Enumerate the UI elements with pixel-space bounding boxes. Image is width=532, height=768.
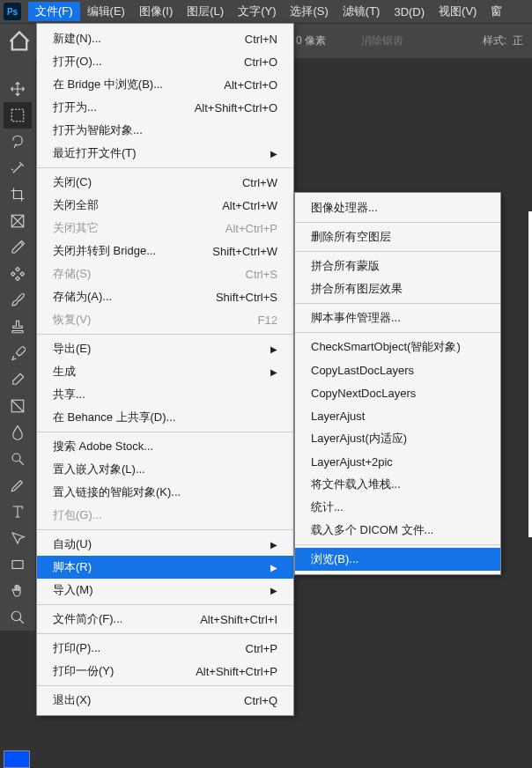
- ps-logo: Ps: [4, 3, 21, 20]
- file-menu-item[interactable]: 打开为...Alt+Shift+Ctrl+O: [37, 96, 293, 119]
- scripts-menu-item[interactable]: LayerAjust+2pic: [295, 450, 500, 473]
- scripts-menu-item[interactable]: 拼合所有图层效果: [295, 277, 500, 300]
- scripts-menu-item[interactable]: 图像处理器...: [295, 196, 500, 219]
- opt-pixels: 0 像素: [296, 33, 326, 48]
- menu-5[interactable]: 选择(S): [283, 2, 335, 21]
- menu-1[interactable]: 编辑(E): [80, 2, 132, 21]
- file-menu-item[interactable]: 搜索 Adobe Stock...: [37, 435, 293, 458]
- svg-point-5: [11, 611, 21, 621]
- scripts-menu-item[interactable]: 载入多个 DICOM 文件...: [295, 519, 500, 542]
- file-menu-item[interactable]: 关闭(C)Ctrl+W: [37, 171, 293, 194]
- file-menu-item: 打包(G)...: [37, 504, 293, 527]
- file-menu-item[interactable]: 脚本(R)▶: [37, 556, 293, 579]
- scripts-menu-item[interactable]: CopyNextDocLayers: [295, 381, 500, 404]
- menu-4[interactable]: 文字(Y): [231, 2, 283, 21]
- scripts-menu-item[interactable]: 脚本事件管理器...: [295, 306, 500, 329]
- tool-eraser[interactable]: [4, 366, 32, 393]
- scripts-menu-item[interactable]: CheckSmartObject(智能对象): [295, 336, 500, 358]
- file-menu-item[interactable]: 文件简介(F)...Alt+Shift+Ctrl+I: [37, 608, 293, 631]
- file-menu-item[interactable]: 关闭全部Alt+Ctrl+W: [37, 194, 293, 217]
- scripts-menu-item[interactable]: CopyLastDocLayers: [295, 358, 500, 381]
- tool-gradient[interactable]: [4, 393, 32, 419]
- file-menu: 新建(N)...Ctrl+N打开(O)...Ctrl+O在 Bridge 中浏览…: [36, 23, 294, 716]
- file-menu-item[interactable]: 导出(E)▶: [37, 337, 293, 360]
- tool-zoom[interactable]: [4, 604, 32, 631]
- scripts-menu-item[interactable]: 统计...: [295, 496, 500, 519]
- tool-heal[interactable]: [4, 261, 32, 287]
- tool-history[interactable]: [4, 340, 32, 366]
- file-menu-item[interactable]: 自动(U)▶: [37, 533, 293, 556]
- svg-point-3: [12, 454, 20, 462]
- tool-path[interactable]: [4, 525, 32, 551]
- tool-brush[interactable]: [4, 287, 32, 314]
- tool-frame[interactable]: [4, 208, 32, 234]
- tool-stamp[interactable]: [4, 314, 32, 340]
- menu-9[interactable]: 窗: [484, 2, 509, 21]
- file-menu-item[interactable]: 打开(O)...Ctrl+O: [37, 50, 293, 73]
- file-menu-item[interactable]: 在 Behance 上共享(D)...: [37, 406, 293, 429]
- menu-7[interactable]: 3D(D): [387, 2, 432, 21]
- opt-antialias: 消除锯齿: [361, 33, 403, 48]
- toolbar: [0, 58, 35, 631]
- canvas-edge: [528, 211, 532, 537]
- scripts-submenu: 图像处理器...删除所有空图层拼合所有蒙版拼合所有图层效果脚本事件管理器...C…: [294, 192, 501, 575]
- tool-hand[interactable]: [4, 578, 32, 604]
- file-menu-item[interactable]: 打印(P)...Ctrl+P: [37, 637, 293, 660]
- menu-2[interactable]: 图像(I): [132, 2, 180, 21]
- scripts-menu-item[interactable]: 浏览(B)...: [295, 548, 500, 571]
- file-menu-item[interactable]: 关闭并转到 Bridge...Shift+Ctrl+W: [37, 240, 293, 262]
- file-menu-item[interactable]: 最近打开文件(T)▶: [37, 142, 293, 165]
- file-menu-item[interactable]: 在 Bridge 中浏览(B)...Alt+Ctrl+O: [37, 73, 293, 96]
- file-menu-item[interactable]: 导入(M)▶: [37, 579, 293, 602]
- tool-pen[interactable]: [4, 472, 32, 498]
- menu-3[interactable]: 图层(L): [180, 2, 231, 21]
- tool-type[interactable]: [4, 498, 32, 525]
- tool-blur[interactable]: [4, 419, 32, 446]
- tool-crop[interactable]: [4, 181, 32, 208]
- svg-rect-0: [11, 109, 24, 122]
- opt-style: 样式: 正: [483, 33, 523, 48]
- file-menu-item[interactable]: 存储为(A)...Shift+Ctrl+S: [37, 285, 293, 308]
- file-menu-item: 恢复(V)F12: [37, 308, 293, 331]
- tool-rect[interactable]: [4, 551, 32, 578]
- scripts-menu-item[interactable]: LayerAjust(内适应): [295, 427, 500, 450]
- tool-dodge[interactable]: [4, 446, 32, 472]
- scripts-menu-item[interactable]: 拼合所有蒙版: [295, 255, 500, 277]
- tool-wand[interactable]: [4, 155, 32, 181]
- tool-move[interactable]: [4, 76, 32, 102]
- file-menu-item: 关闭其它Alt+Ctrl+P: [37, 217, 293, 240]
- svg-rect-4: [12, 561, 23, 569]
- file-menu-item[interactable]: 打开为智能对象...: [37, 119, 293, 142]
- menubar: Ps 文件(F)编辑(E)图像(I)图层(L)文字(Y)选择(S)滤镜(T)3D…: [0, 0, 532, 23]
- file-menu-item[interactable]: 置入嵌入对象(L)...: [37, 458, 293, 481]
- tool-marquee[interactable]: [4, 102, 32, 129]
- menu-0[interactable]: 文件(F): [28, 2, 80, 21]
- scripts-menu-item[interactable]: 删除所有空图层: [295, 225, 500, 248]
- file-menu-item[interactable]: 共享...: [37, 383, 293, 406]
- tool-lasso[interactable]: [4, 129, 32, 155]
- foreground-color-swatch[interactable]: [4, 750, 30, 768]
- scripts-menu-item[interactable]: 将文件载入堆栈...: [295, 473, 500, 496]
- file-menu-item[interactable]: 生成▶: [37, 360, 293, 383]
- tool-eyedropper[interactable]: [4, 234, 32, 261]
- menu-6[interactable]: 滤镜(T): [336, 2, 388, 21]
- file-menu-item: 存储(S)Ctrl+S: [37, 262, 293, 285]
- file-menu-item[interactable]: 退出(X)Ctrl+Q: [37, 689, 293, 712]
- scripts-menu-item[interactable]: LayerAjust: [295, 404, 500, 427]
- file-menu-item[interactable]: 置入链接的智能对象(K)...: [37, 481, 293, 504]
- home-icon[interactable]: [7, 29, 32, 54]
- menu-8[interactable]: 视图(V): [432, 2, 484, 21]
- file-menu-item[interactable]: 打印一份(Y)Alt+Shift+Ctrl+P: [37, 660, 293, 683]
- file-menu-item[interactable]: 新建(N)...Ctrl+N: [37, 27, 293, 50]
